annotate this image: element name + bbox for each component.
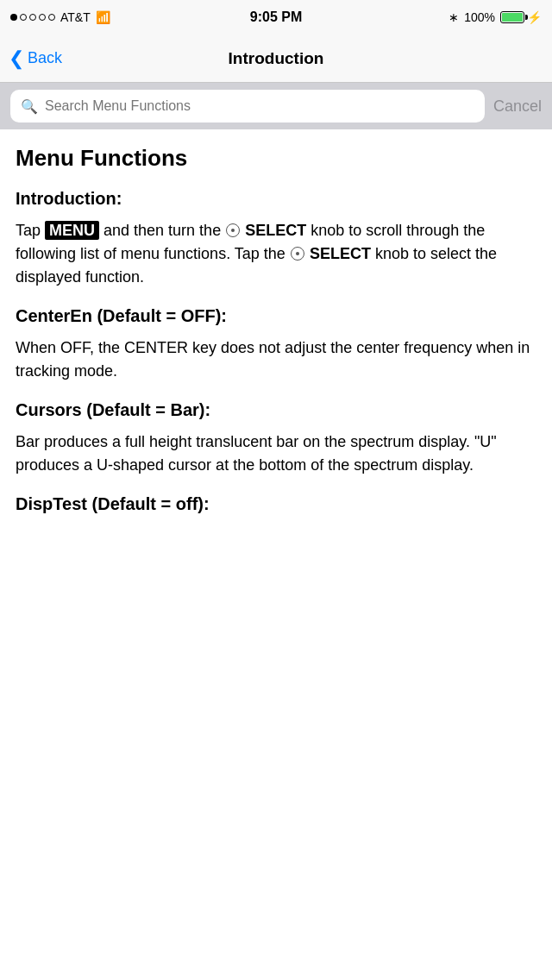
battery-icon	[500, 11, 524, 23]
section-heading-introduction: Introduction:	[16, 189, 536, 209]
back-chevron-icon: ❮	[9, 49, 24, 68]
signal-dot-4	[39, 14, 46, 21]
bluetooth-icon: ∗	[448, 10, 459, 24]
menu-tag: MENU	[45, 221, 99, 240]
select-bold-2: SELECT	[310, 245, 371, 262]
section-heading-centeren: CenterEn (Default = OFF):	[16, 306, 536, 326]
status-left: AT&T 📶	[10, 10, 110, 24]
content-area: Menu Functions Introduction: Tap MENU an…	[0, 129, 552, 980]
introduction-paragraph: Tap MENU and then turn the SELECT knob t…	[16, 219, 536, 289]
carrier-label: AT&T	[60, 10, 91, 24]
cursors-paragraph: Bar produces a full height translucent b…	[16, 430, 536, 477]
search-input[interactable]	[45, 98, 474, 114]
charging-icon: ⚡	[527, 10, 542, 24]
select-knob-icon-1	[226, 223, 240, 237]
nav-title: Introduction	[229, 49, 324, 68]
battery-fill	[502, 13, 523, 22]
back-label: Back	[28, 49, 62, 67]
battery-percent: 100%	[464, 10, 495, 24]
status-time: 9:05 PM	[250, 9, 302, 25]
wifi-icon: 📶	[96, 10, 110, 24]
search-input-wrapper[interactable]: 🔍	[10, 90, 485, 122]
signal-dot-2	[20, 14, 27, 21]
back-button[interactable]: ❮ Back	[9, 49, 62, 68]
signal-dot-5	[48, 14, 55, 21]
section-heading-disptest: DispTest (Default = off):	[16, 494, 536, 514]
signal-dots	[10, 14, 55, 21]
centeren-paragraph: When OFF, the CENTER key does not adjust…	[16, 336, 536, 383]
nav-bar: ❮ Back Introduction	[0, 35, 552, 83]
status-right: ∗ 100% ⚡	[448, 10, 542, 24]
search-bar: 🔍 Cancel	[0, 83, 552, 129]
main-title: Menu Functions	[16, 145, 536, 172]
select-bold-1: SELECT	[245, 222, 306, 239]
status-bar: AT&T 📶 9:05 PM ∗ 100% ⚡	[0, 0, 552, 35]
section-heading-cursors: Cursors (Default = Bar):	[16, 400, 536, 420]
battery-container: ⚡	[500, 10, 542, 24]
select-knob-icon-2	[291, 247, 304, 261]
signal-dot-3	[29, 14, 36, 21]
cancel-button[interactable]: Cancel	[493, 97, 542, 116]
search-icon: 🔍	[21, 98, 38, 115]
signal-dot-1	[10, 14, 17, 21]
